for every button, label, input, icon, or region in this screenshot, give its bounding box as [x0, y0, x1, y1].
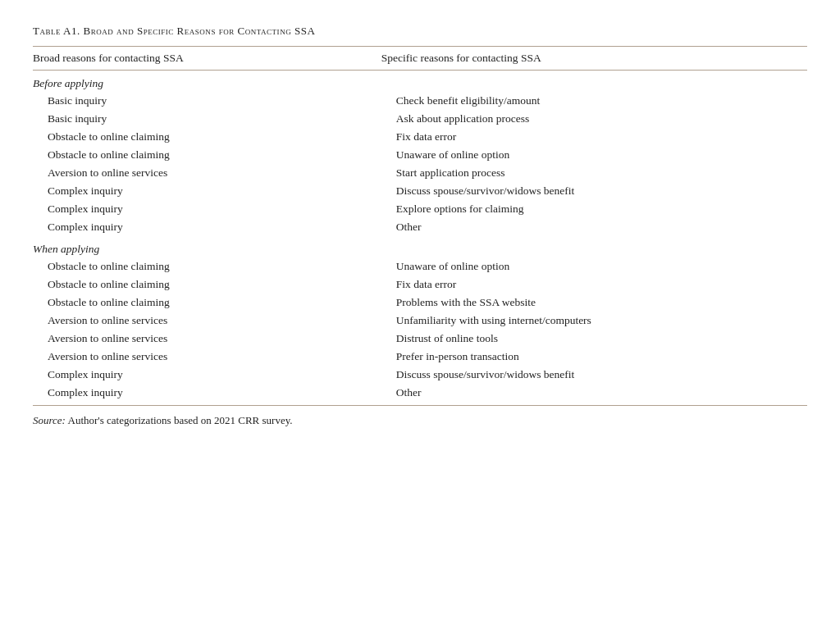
table-title: Table A1. Broad and Specific Reasons for… [33, 25, 807, 38]
section-label-1: When applying [33, 236, 807, 257]
table-row: Aversion to online servicesUnfamiliarity… [33, 312, 807, 330]
specific-cell-0-2: Fix data error [381, 128, 807, 146]
specific-cell-0-7: Other [381, 218, 807, 236]
table-row: Complex inquiryDiscuss spouse/survivor/w… [33, 366, 807, 384]
main-table: Broad reasons for contacting SSA Specifi… [33, 47, 807, 402]
table-row: Aversion to online servicesPrefer in-per… [33, 348, 807, 366]
table-row: Aversion to online servicesStart applica… [33, 164, 807, 182]
table-row: Obstacle to online claimingProblems with… [33, 294, 807, 312]
broad-cell-1-4: Aversion to online services [33, 330, 381, 348]
table-row: Complex inquiryOther [33, 384, 807, 402]
column-header-specific: Specific reasons for contacting SSA [381, 47, 807, 71]
broad-cell-1-1: Obstacle to online claiming [33, 276, 381, 294]
table-row: Complex inquiryDiscuss spouse/survivor/w… [33, 182, 807, 200]
specific-cell-0-6: Explore options for claiming [381, 200, 807, 218]
specific-cell-1-2: Problems with the SSA website [381, 294, 807, 312]
broad-cell-1-2: Obstacle to online claiming [33, 294, 381, 312]
bottom-border [33, 405, 807, 406]
table-row: Complex inquiryExplore options for claim… [33, 200, 807, 218]
broad-cell-0-1: Basic inquiry [33, 110, 381, 128]
table-row: Complex inquiryOther [33, 218, 807, 236]
broad-cell-1-5: Aversion to online services [33, 348, 381, 366]
specific-cell-0-1: Ask about application process [381, 110, 807, 128]
table-row: Basic inquiryAsk about application proce… [33, 110, 807, 128]
table-row: Obstacle to online claimingUnaware of on… [33, 257, 807, 276]
specific-cell-1-4: Distrust of online tools [381, 330, 807, 348]
table-row: Basic inquiryCheck benefit eligibility/a… [33, 92, 807, 110]
broad-cell-1-7: Complex inquiry [33, 384, 381, 402]
specific-cell-0-4: Start application process [381, 164, 807, 182]
section-header-1: When applying [33, 236, 807, 257]
specific-cell-1-5: Prefer in-person transaction [381, 348, 807, 366]
specific-cell-1-1: Fix data error [381, 276, 807, 294]
column-header-broad: Broad reasons for contacting SSA [33, 47, 381, 71]
source-label: Source: [33, 414, 66, 426]
broad-cell-1-3: Aversion to online services [33, 312, 381, 330]
broad-cell-1-0: Obstacle to online claiming [33, 257, 381, 276]
broad-cell-0-5: Complex inquiry [33, 182, 381, 200]
broad-cell-0-4: Aversion to online services [33, 164, 381, 182]
source-text: Author's categorizations based on 2021 C… [68, 414, 293, 426]
table-container: Table A1. Broad and Specific Reasons for… [33, 25, 807, 427]
broad-cell-0-3: Obstacle to online claiming [33, 146, 381, 164]
specific-cell-0-0: Check benefit eligibility/amount [381, 92, 807, 110]
broad-cell-0-6: Complex inquiry [33, 200, 381, 218]
specific-cell-1-0: Unaware of online option [381, 257, 807, 276]
specific-cell-1-6: Discuss spouse/survivor/widows benefit [381, 366, 807, 384]
section-label-0: Before applying [33, 71, 807, 93]
broad-cell-0-2: Obstacle to online claiming [33, 128, 381, 146]
source-note: Source: Author's categorizations based o… [33, 414, 807, 427]
broad-cell-0-7: Complex inquiry [33, 218, 381, 236]
table-row: Obstacle to online claimingFix data erro… [33, 128, 807, 146]
specific-cell-0-5: Discuss spouse/survivor/widows benefit [381, 182, 807, 200]
specific-cell-1-3: Unfamiliarity with using internet/comput… [381, 312, 807, 330]
section-header-0: Before applying [33, 71, 807, 93]
table-row: Obstacle to online claimingUnaware of on… [33, 146, 807, 164]
table-row: Aversion to online servicesDistrust of o… [33, 330, 807, 348]
specific-cell-0-3: Unaware of online option [381, 146, 807, 164]
table-row: Obstacle to online claimingFix data erro… [33, 276, 807, 294]
broad-cell-1-6: Complex inquiry [33, 366, 381, 384]
specific-cell-1-7: Other [381, 384, 807, 402]
broad-cell-0-0: Basic inquiry [33, 92, 381, 110]
